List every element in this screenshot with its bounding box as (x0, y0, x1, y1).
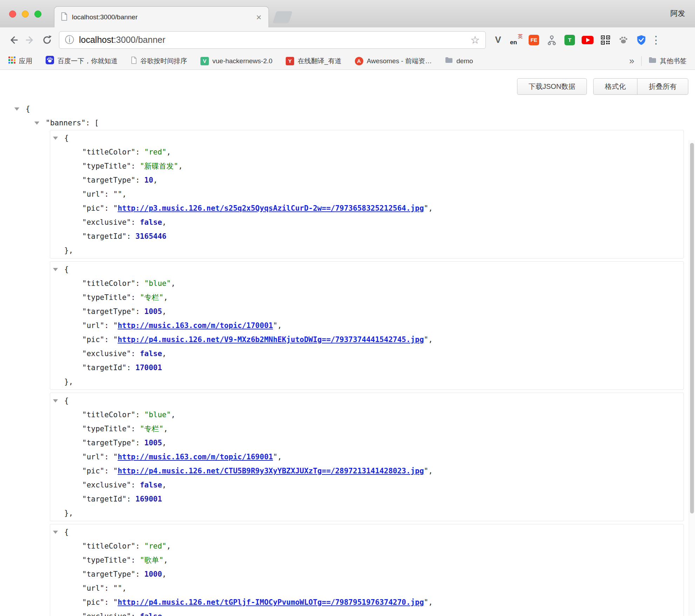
baidu-paw-icon (46, 56, 54, 66)
scrollbar-thumb[interactable] (690, 143, 694, 513)
fe-extension-icon[interactable]: FE (527, 33, 541, 47)
page-icon (131, 57, 137, 66)
json-token: , (164, 293, 168, 302)
collapse-toggle-icon[interactable] (34, 122, 39, 125)
json-token: { (64, 134, 69, 142)
window-titlebar: localhost:3000/banner × 阿发 (0, 0, 695, 27)
json-token: " (113, 467, 118, 475)
json-token: " (424, 467, 429, 475)
bookmarks-overflow-icon[interactable]: » (629, 55, 634, 66)
json-token: : (131, 425, 140, 433)
minimize-window-button[interactable] (22, 11, 29, 18)
json-token: false (140, 349, 162, 358)
json-token: , (428, 467, 433, 475)
json-line: }, (50, 375, 683, 389)
download-json-button[interactable]: 下载JSON数据 (517, 78, 587, 95)
json-url-link[interactable]: http://music.163.com/m/topic/169001 (118, 453, 273, 461)
collapse-toggle-icon[interactable] (53, 268, 58, 271)
json-line: "exclusive": false, (50, 478, 683, 492)
json-token: "pic" (82, 335, 104, 344)
collapse-toggle-icon[interactable] (53, 531, 58, 534)
json-token: }, (64, 246, 73, 255)
bookmark-youdao-translate[interactable]: Y 在线翻译_有道 (286, 57, 342, 66)
json-line: "exclusive": false (50, 609, 683, 616)
json-token: 1005 (144, 439, 162, 447)
new-tab-button[interactable] (272, 11, 292, 23)
bookmark-google-sort[interactable]: 谷歌按时间排序 (131, 57, 187, 66)
bookmark-vue-hackernews[interactable]: V vue-hackernews-2.0 (200, 57, 272, 65)
json-url-link[interactable]: http://p4.music.126.net/V9-MXz6b2MNhEKju… (118, 335, 424, 344)
json-token: , (162, 439, 167, 447)
json-line: "url": "", (50, 581, 683, 595)
json-token: { (64, 265, 69, 274)
json-line: "exclusive": false, (50, 347, 683, 361)
json-url-link[interactable]: http://p4.music.126.net/CTU5B9R9y3XyYBZX… (118, 467, 424, 475)
other-bookmarks-folder[interactable]: 其他书签 (649, 57, 687, 66)
json-tree: {"banners": [{"titleColor": "red","typeT… (0, 102, 695, 616)
back-button[interactable] (5, 32, 22, 48)
blue-shield-extension-icon[interactable] (635, 33, 648, 47)
json-token: : (104, 321, 113, 330)
json-token: "targetId" (82, 495, 126, 503)
json-token: "exclusive" (82, 218, 131, 227)
bookmark-awesomes[interactable]: A Awesomes - 前端资… (355, 57, 432, 66)
qr-code-extension-icon[interactable] (599, 33, 612, 47)
browser-toolbar: ⓘ localhost:3000/banner ☆ V en 英 FE T ⋮ (0, 27, 695, 52)
paw-extension-icon[interactable] (617, 33, 630, 47)
format-button[interactable]: 格式化 (593, 78, 637, 95)
bookmark-demo-folder[interactable]: demo (445, 57, 473, 65)
collapse-toggle-icon[interactable] (53, 137, 58, 140)
json-token: , (164, 425, 168, 433)
bookmark-apps[interactable]: 应用 (8, 57, 32, 66)
bookmark-star-icon[interactable]: ☆ (470, 34, 480, 46)
json-token: "titleColor" (82, 411, 135, 419)
json-url-link[interactable]: http://p4.music.126.net/tGPljf-IMOCyPvum… (118, 598, 424, 607)
json-token: : (131, 349, 140, 358)
address-bar[interactable]: ⓘ localhost:3000/banner ☆ (59, 31, 486, 49)
scrollbar[interactable] (689, 140, 695, 616)
awesomes-icon: A (355, 57, 363, 65)
youdao-icon: Y (286, 57, 294, 65)
json-token: "exclusive" (82, 349, 131, 358)
profile-name[interactable]: 阿发 (670, 8, 685, 18)
browser-tab[interactable]: localhost:3000/banner × (54, 6, 269, 27)
tab-title: localhost:3000/banner (72, 13, 256, 21)
json-url-link[interactable]: http://music.163.com/m/topic/170001 (118, 321, 273, 330)
green-shield-extension-icon[interactable]: T (563, 33, 576, 47)
youtube-extension-icon[interactable] (581, 33, 594, 47)
close-window-button[interactable] (9, 11, 16, 18)
bookmark-label: Awesomes - 前端资… (367, 57, 432, 66)
vimium-extension-icon[interactable]: V (491, 33, 505, 47)
json-line: "targetType": 1005, (50, 436, 683, 450)
browser-menu-icon[interactable]: ⋮ (651, 34, 661, 46)
json-token: : (131, 612, 140, 616)
collapse-all-button[interactable]: 折叠所有 (637, 78, 688, 95)
collapse-toggle-icon[interactable] (53, 399, 58, 402)
json-token: false (140, 218, 162, 227)
translate-extension-icon[interactable]: en 英 (509, 33, 523, 47)
bookmark-baidu[interactable]: 百度一下，你就知道 (46, 56, 118, 66)
json-line: "typeTitle": "歌单", (50, 553, 683, 567)
json-line: { (50, 394, 683, 408)
json-url-link[interactable]: http://p3.music.126.net/s25q2x5QyqsAzilC… (118, 204, 424, 212)
json-token: "歌单" (140, 556, 163, 564)
reload-button[interactable] (39, 32, 55, 48)
page-info-icon[interactable]: ⓘ (65, 34, 74, 46)
json-token: " (113, 598, 118, 607)
json-token: "red" (144, 542, 166, 550)
bookmark-label: 百度一下，你就知道 (58, 57, 118, 66)
zoom-window-button[interactable] (34, 11, 41, 18)
org-chart-extension-icon[interactable] (545, 33, 558, 47)
folder-icon (649, 57, 656, 65)
json-line: "targetId": 169001 (50, 492, 683, 506)
json-token: " (113, 204, 118, 212)
forward-button[interactable] (22, 32, 39, 48)
collapse-toggle-icon[interactable] (14, 107, 19, 111)
json-token: : (126, 232, 135, 241)
json-viewer-page: 下载JSON数据 格式化 折叠所有 {"banners": [{"titleCo… (0, 70, 695, 616)
json-token: { (64, 528, 69, 536)
bookmark-label: demo (456, 57, 473, 65)
tab-close-icon[interactable]: × (256, 13, 262, 22)
json-token: 1005 (144, 307, 162, 316)
json-token: "typeTitle" (82, 162, 131, 170)
